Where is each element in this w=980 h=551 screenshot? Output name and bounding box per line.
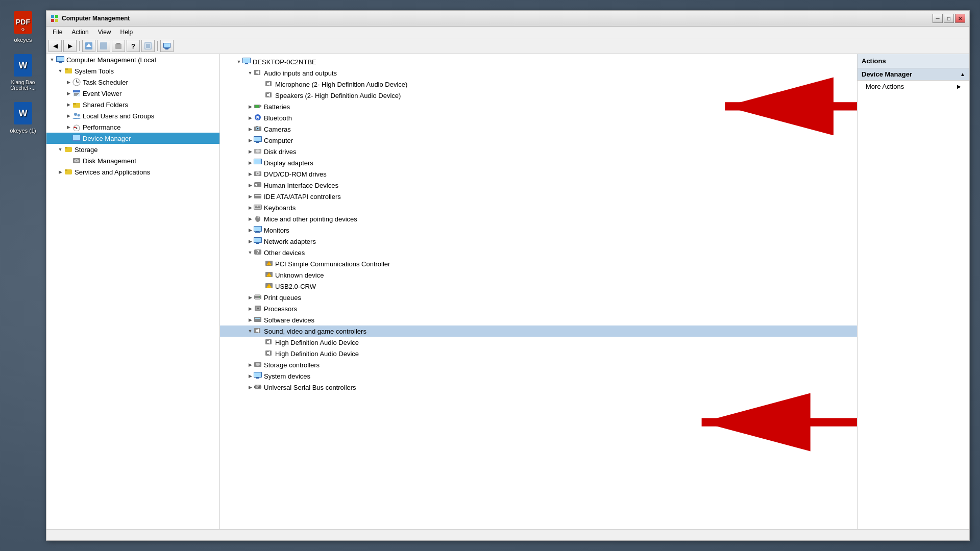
tree-event-viewer[interactable]: ▶ Event Viewer	[46, 88, 219, 99]
expand-storage-ctrl[interactable]: ▶	[247, 362, 254, 367]
expand-local-users[interactable]: ▶	[65, 113, 72, 118]
expand-services-apps[interactable]: ▶	[57, 169, 64, 174]
tree-computer-mgmt[interactable]: ▼ Computer Management (Local	[46, 54, 219, 65]
expand-software[interactable]: ▶	[247, 317, 254, 322]
device-mice[interactable]: ▶ Mice and other pointing devices	[220, 213, 857, 224]
tree-storage[interactable]: ▼ Storage	[46, 144, 219, 155]
device-keyboards[interactable]: ▶ Keyboards	[220, 202, 857, 213]
device-ide[interactable]: ▶ IDE ATA/ATAPI controllers	[220, 191, 857, 202]
expand-audio[interactable]: ▼	[247, 70, 254, 76]
expand-performance[interactable]: ▶	[65, 124, 72, 130]
device-manager-section-header[interactable]: Device Manager ▲	[857, 68, 969, 81]
device-network[interactable]: ▶ Network adapters	[220, 236, 857, 247]
device-bluetooth[interactable]: ▶ B Bluetooth	[220, 112, 857, 123]
expand-display-adapters[interactable]: ▶	[247, 160, 254, 165]
device-processors[interactable]: ▶ Processors	[220, 303, 857, 314]
device-dvd[interactable]: ▶ DVD/CD-ROM drives	[220, 168, 857, 180]
device-hd-audio-2[interactable]: High Definition Audio Device	[220, 348, 857, 359]
device-monitors[interactable]: ▶ Monitors	[220, 224, 857, 236]
device-print[interactable]: ▶ Print queues	[220, 292, 857, 303]
menu-help[interactable]: Help	[116, 28, 137, 37]
expand-print[interactable]: ▶	[247, 295, 254, 300]
desktop-icon-doc[interactable]: W okeyes (1)	[5, 101, 41, 134]
monitor-button[interactable]	[160, 40, 174, 52]
expand-computer[interactable]: ▶	[247, 138, 254, 143]
expand-monitors[interactable]: ▶	[247, 228, 254, 233]
expand-disk-drives[interactable]: ▶	[247, 149, 254, 154]
expand-network[interactable]: ▶	[247, 239, 254, 244]
device-cameras[interactable]: ▶ Cameras	[220, 123, 857, 135]
expand-other[interactable]: ▼	[247, 250, 254, 255]
expand-system-devices[interactable]: ▶	[247, 373, 254, 379]
collapse-section-icon[interactable]: ▲	[960, 71, 965, 77]
forward-button[interactable]: ▶	[63, 40, 77, 52]
delete-button[interactable]	[112, 40, 125, 52]
svg-rect-33	[74, 94, 78, 95]
up-button[interactable]	[82, 40, 95, 52]
back-button[interactable]: ◀	[48, 40, 62, 52]
expand-ide[interactable]: ▶	[247, 194, 254, 199]
expand-event-viewer[interactable]: ▶	[65, 91, 72, 96]
more-actions-item[interactable]: More Actions ▶	[857, 81, 969, 92]
expand-storage[interactable]: ▼	[57, 147, 64, 152]
show-hide-button[interactable]	[97, 40, 110, 52]
expand-task-scheduler[interactable]: ▶	[65, 80, 72, 85]
device-sound[interactable]: ▼ Sound, video and game controllers	[220, 325, 857, 337]
properties-button[interactable]	[141, 40, 155, 52]
expand-processors[interactable]: ▶	[247, 306, 254, 311]
expand-system-tools[interactable]: ▼	[57, 68, 64, 73]
tree-local-users[interactable]: ▶ Local Users and Groups	[46, 110, 219, 121]
device-audio[interactable]: ▼ Audio inputs and outputs	[220, 67, 857, 79]
device-batteries[interactable]: ▶ Batteries	[220, 101, 857, 112]
expand-mice[interactable]: ▶	[247, 216, 254, 221]
tree-performance[interactable]: ▶ Performance	[46, 121, 219, 133]
tree-device-manager[interactable]: Device Manager	[46, 133, 219, 144]
device-pci[interactable]: ! PCI Simple Communications Controller	[220, 258, 857, 269]
tree-task-scheduler[interactable]: ▶ Task Scheduler	[46, 77, 219, 88]
expand-computer-mgmt[interactable]: ▼	[48, 57, 56, 62]
expand-sound[interactable]: ▼	[247, 329, 254, 334]
menu-file[interactable]: File	[48, 28, 66, 37]
close-button[interactable]: ✕	[955, 14, 965, 23]
device-root[interactable]: ▼ DESKTOP-0C2NTBE	[220, 56, 857, 67]
device-hid[interactable]: ▶ Human Interface Devices	[220, 180, 857, 191]
device-speakers[interactable]: Speakers (2- High Definition Audio Devic…	[220, 90, 857, 101]
device-system-devices[interactable]: ▶ System devices	[220, 370, 857, 382]
expand-shared-folders[interactable]: ▶	[65, 102, 72, 107]
menu-view[interactable]: View	[94, 28, 115, 37]
expand-dvd[interactable]: ▶	[247, 171, 254, 177]
expand-batteries[interactable]: ▶	[247, 104, 254, 109]
expand-usb-ctrl[interactable]: ▶	[247, 385, 254, 390]
help-button[interactable]: ?	[127, 40, 140, 52]
expand-bluetooth[interactable]: ▶	[247, 115, 254, 120]
expand-root[interactable]: ▼	[235, 59, 242, 64]
device-unknown[interactable]: ! Unknown device	[220, 269, 857, 281]
device-other[interactable]: ▼ ? Other devices	[220, 247, 857, 258]
icon-speakers	[265, 91, 273, 100]
tree-shared-folders[interactable]: ▶ Shared Folders	[46, 99, 219, 110]
device-computer[interactable]: ▶ Computer	[220, 135, 857, 146]
device-hd-audio-2-label: High Definition Audio Device	[275, 350, 359, 358]
device-usb-ctrl[interactable]: ▶ USB Universal Serial Bus controllers	[220, 382, 857, 393]
device-hd-audio-1[interactable]: High Definition Audio Device	[220, 337, 857, 348]
svg-rect-118	[255, 298, 260, 300]
expand-cameras[interactable]: ▶	[247, 127, 254, 132]
toolbar-sep2	[157, 41, 158, 51]
device-microphone[interactable]: Microphone (2- High Definition Audio Dev…	[220, 79, 857, 90]
menu-action[interactable]: Action	[67, 28, 92, 37]
device-storage-ctrl[interactable]: ▶ Storage controllers	[220, 359, 857, 370]
tree-icon-services-apps	[64, 168, 73, 176]
device-disk-drives[interactable]: ▶ Disk drives	[220, 146, 857, 157]
tree-system-tools[interactable]: ▼ System Tools	[46, 65, 219, 77]
device-display-adapters[interactable]: ▶ Display adapters	[220, 157, 857, 168]
tree-services-apps[interactable]: ▶ Services and Applications	[46, 166, 219, 178]
expand-keyboards[interactable]: ▶	[247, 205, 254, 210]
desktop-icon-word[interactable]: W Kiang DaoCrochet -...	[5, 53, 41, 91]
desktop-icon-pdf[interactable]: PDF G okeyes	[5, 10, 41, 43]
device-usb-crw[interactable]: ! USB2.0-CRW	[220, 281, 857, 292]
tree-disk-mgmt[interactable]: Disk Management	[46, 155, 219, 166]
expand-hid[interactable]: ▶	[247, 183, 254, 188]
device-software[interactable]: ▶ Software devices	[220, 314, 857, 325]
maximize-button[interactable]: □	[944, 14, 954, 23]
minimize-button[interactable]: ─	[933, 14, 943, 23]
